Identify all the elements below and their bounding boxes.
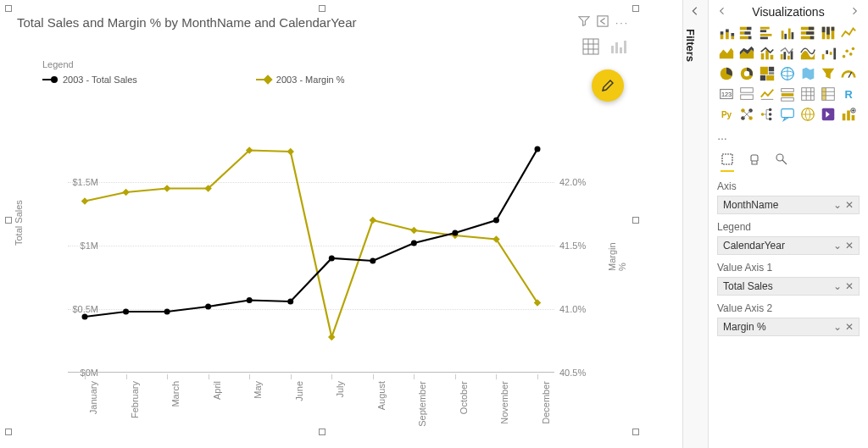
more-options-icon[interactable]: ··· (615, 17, 629, 29)
field-well-label: Legend (717, 221, 860, 233)
legend-item[interactable]: 2003 - Total Sales (42, 75, 137, 85)
expand-filters-icon[interactable] (689, 5, 701, 19)
kpi-icon[interactable] (758, 85, 776, 103)
clustered-column-chart-icon[interactable] (778, 24, 797, 42)
resize-handle[interactable] (319, 5, 326, 12)
remove-field-icon[interactable]: ✕ (845, 280, 854, 292)
resize-handle[interactable] (5, 429, 12, 435)
chart-mode-icon[interactable] (609, 37, 627, 56)
resize-handle[interactable] (632, 217, 639, 224)
python-visual-icon[interactable]: Py (717, 105, 736, 124)
collapse-viz-icon[interactable] (717, 6, 727, 19)
remove-field-icon[interactable]: ✕ (845, 321, 854, 333)
fields-tab-icon[interactable] (721, 152, 734, 172)
table-icon[interactable] (798, 85, 817, 103)
waterfall-chart-icon[interactable] (819, 44, 837, 63)
r-visual-icon[interactable]: R (839, 85, 858, 103)
filters-pane-label: Filters (684, 29, 697, 62)
svg-text:123: 123 (721, 91, 732, 98)
stacked-column-chart-icon[interactable] (737, 24, 756, 42)
hundred-stacked-column-icon[interactable] (819, 24, 837, 42)
analytics-tab-icon[interactable] (775, 152, 788, 172)
svg-rect-63 (765, 50, 769, 59)
line-clustered-column-icon[interactable] (778, 44, 797, 63)
map-icon[interactable] (778, 64, 797, 83)
svg-rect-49 (792, 32, 794, 39)
slicer-icon[interactable] (778, 85, 797, 103)
svg-point-106 (769, 118, 772, 121)
focus-mode-icon[interactable] (597, 15, 609, 30)
edit-fab-button[interactable] (592, 69, 624, 102)
viz-more-icon[interactable]: … (717, 129, 860, 147)
custom-visual-icon[interactable] (839, 105, 858, 124)
chevron-down-icon[interactable]: ⌄ (833, 280, 842, 292)
svg-point-103 (761, 113, 765, 116)
qna-icon[interactable] (778, 105, 797, 124)
remove-field-icon[interactable]: ✕ (845, 199, 854, 211)
remove-field-icon[interactable]: ✕ (845, 240, 854, 252)
svg-rect-57 (822, 27, 826, 32)
area-chart-icon[interactable] (717, 44, 736, 63)
value-axis-2-field-well[interactable]: Margin % ⌄ ✕ (717, 318, 860, 336)
table-mode-icon[interactable] (581, 37, 600, 56)
multi-row-card-icon[interactable] (737, 85, 756, 103)
svg-rect-40 (740, 36, 748, 40)
x-tick-label: December (541, 381, 551, 424)
power-apps-icon[interactable] (819, 105, 837, 124)
axis-field-well[interactable]: MonthName ⌄ ✕ (717, 196, 860, 214)
ribbon-chart-icon[interactable] (798, 44, 817, 63)
filter-icon[interactable] (578, 15, 590, 30)
clustered-bar-chart-icon[interactable] (758, 24, 776, 42)
gauge-icon[interactable] (839, 64, 858, 83)
svg-rect-66 (783, 52, 786, 59)
expand-viz-icon[interactable] (849, 6, 860, 19)
line-stacked-column-icon[interactable] (758, 44, 776, 63)
decomposition-tree-icon[interactable] (758, 105, 776, 124)
svg-rect-51 (809, 27, 814, 30)
y-axis-right: 40.5% 41.0% 41.5% 42.0% (559, 119, 593, 373)
svg-point-115 (776, 154, 783, 161)
svg-point-29 (535, 147, 541, 152)
resize-handle[interactable] (632, 429, 639, 435)
filled-map-icon[interactable] (798, 64, 817, 83)
svg-rect-70 (826, 50, 828, 54)
svg-rect-44 (760, 34, 772, 36)
legend-item[interactable]: 2003 - Margin % (256, 75, 345, 85)
x-tick-label: July (335, 381, 345, 398)
resize-handle[interactable] (5, 217, 12, 224)
svg-rect-80 (760, 67, 768, 75)
hundred-stacked-bar-icon[interactable] (798, 24, 817, 42)
stacked-area-chart-icon[interactable] (737, 44, 756, 63)
chevron-down-icon[interactable]: ⌄ (833, 240, 842, 252)
svg-rect-34 (731, 36, 734, 40)
funnel-chart-icon[interactable] (819, 64, 837, 83)
resize-handle[interactable] (632, 5, 639, 12)
legend-field-well[interactable]: CalendarYear ⌄ ✕ (717, 236, 860, 255)
svg-point-76 (852, 47, 855, 51)
x-tick-label: March (170, 381, 181, 407)
field-well-label: Value Axis 1 (717, 262, 860, 274)
donut-chart-icon[interactable] (737, 64, 756, 83)
key-influencers-icon[interactable] (737, 105, 756, 124)
x-tick-label: June (294, 381, 304, 401)
globe-data-icon[interactable] (798, 105, 817, 124)
svg-rect-38 (740, 31, 744, 35)
chevron-down-icon[interactable]: ⌄ (833, 199, 842, 211)
card-icon[interactable]: 123 (717, 85, 736, 103)
matrix-icon[interactable] (819, 85, 837, 103)
scatter-chart-icon[interactable] (839, 44, 858, 63)
stacked-bar-chart-icon[interactable] (717, 24, 736, 42)
format-tab-icon[interactable] (748, 152, 761, 172)
pane-title: Visualizations (752, 5, 824, 19)
value-axis-1-field-well[interactable]: Total Sales ⌄ ✕ (717, 277, 860, 296)
treemap-icon[interactable] (758, 64, 776, 83)
svg-point-21 (205, 304, 211, 310)
resize-handle[interactable] (5, 5, 12, 12)
filters-pane-collapsed[interactable]: Filters (682, 0, 708, 448)
chevron-down-icon[interactable]: ⌄ (833, 321, 842, 333)
chart-title: Total Sales and Margin % by MonthName an… (8, 8, 636, 33)
line-chart-icon[interactable] (839, 24, 858, 42)
x-tick-label: January (88, 381, 98, 414)
pie-chart-icon[interactable] (717, 64, 736, 83)
chart-tile[interactable]: Total Sales and Margin % by MonthName an… (8, 8, 636, 432)
